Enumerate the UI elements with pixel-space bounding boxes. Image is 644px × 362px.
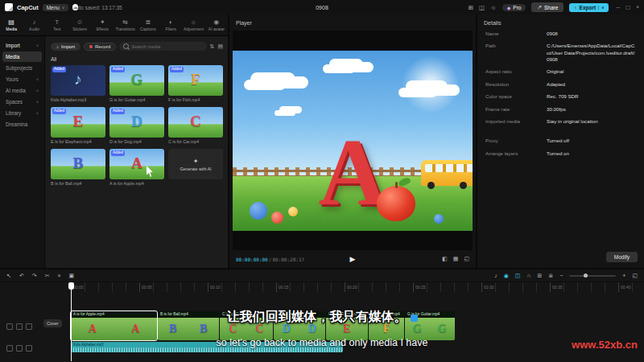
voiceover-icon[interactable]: ♪ [494,273,497,279]
close-icon[interactable]: × [636,4,639,10]
media-item[interactable]: Added ♪ ✦ Generate with AI Kids Alphabet… [51,65,105,102]
preview-axis-icon[interactable]: ◫ [515,273,521,279]
generate-with-ai-button[interactable]: ✦ Generate with AI [168,158,223,171]
sidebar-item-subprojects[interactable]: Subprojects [2,63,42,73]
sidebar-item-spaces[interactable]: Spaces ∨ [2,97,42,107]
zoom-in-icon[interactable]: + [622,273,625,278]
ruler-tick[interactable]: 00:30 [481,282,550,292]
pro-button[interactable]: ◆ Pro [502,4,526,11]
media-thumbnail[interactable]: Added ♪ ✦ Generate with AI [51,65,105,96]
ruler-tick[interactable]: 00:05 [139,282,208,292]
media-item-name: A is for Apple.mp4 [109,181,164,186]
tab-text[interactable]: T Text [46,14,68,35]
grid-icon[interactable]: ▦ [453,256,459,262]
layout-icon[interactable]: ◫ [479,4,485,11]
record-icon[interactable]: ◉ [504,273,509,279]
tab-effects[interactable]: ✦ Effects [91,14,114,35]
menu-button[interactable]: Menu ∨ [43,4,69,11]
media-item[interactable]: Added E ✦ Generate with AI E is for Elep… [51,107,105,144]
workspace-icon[interactable]: ⊞ [469,4,473,11]
split-icon[interactable]: ✂ [45,273,50,279]
media-item[interactable]: Added C ✦ Generate with AI C is for Cat.… [168,107,223,144]
sidebar-item-yours[interactable]: Yours ∨ [2,74,42,84]
blue-ball [250,202,267,220]
mask-icon[interactable]: ▣ [69,273,75,279]
record-label: Record [95,44,110,49]
zoom-knob[interactable] [584,274,588,278]
export-dropdown-icon[interactable]: ∨ [598,6,604,10]
import-button[interactable]: ↓ Import [51,43,80,51]
media-thumbnail[interactable]: Added D ✦ Generate with AI [109,107,164,138]
media-item[interactable]: Added G ✦ Generate with AI G is for Guit… [109,65,164,102]
fit-timeline-icon[interactable]: ◱ [632,273,638,279]
tab-transitions[interactable]: ⇆ Transitions [114,14,136,35]
media-thumbnail[interactable]: Added G ✦ Generate with AI [109,65,164,96]
tab-stickers[interactable]: ☺ Stickers [68,14,91,35]
media-thumbnail[interactable]: Added A ✦ Generate with AI [109,149,164,179]
media-item[interactable]: Added D ✦ Generate with AI D is for Dog.… [109,107,164,144]
sidebar-item-dreamina[interactable]: Dreamina [2,119,42,130]
thumbnail-letter: D [131,113,142,130]
media-thumbnail[interactable]: Added C ✦ Generate with AI [168,107,223,138]
ruler-tick[interactable]: 00:40 [618,282,644,292]
media-thumbnail[interactable]: Added F ✦ Generate with AI [168,65,223,96]
record-button[interactable]: Record [84,43,116,51]
tab-ai-avatar[interactable]: ◉ AI avatar [205,14,228,35]
ruler-tick[interactable]: 00:35 [550,282,618,292]
tab-audio[interactable]: ♪ Audio [23,14,45,35]
tab-label: Adjustment [184,27,204,31]
tab-media[interactable]: ▤ Media [0,14,23,35]
sort-icon[interactable]: ⇅ [210,43,215,50]
modify-button[interactable]: Modify [606,252,638,262]
sidebar-item-import[interactable]: Import ∨ [2,40,42,51]
media-thumbnail[interactable]: Added ✦ Generate with AI [168,149,223,179]
mirror-icon[interactable]: ◧ [442,256,448,262]
diamond-icon: ◆ [507,5,511,10]
media-item[interactable]: Added A ✦ Generate with AI A is for Appl… [109,149,164,186]
redo-icon[interactable]: ↷ [32,273,37,279]
media-item[interactable]: Added F ✦ Generate with AI F is for Fish… [168,65,223,102]
minimize-icon[interactable]: ─ [616,4,620,10]
export-button[interactable]: ↑ Export ∨ [569,3,609,12]
media-thumbnail[interactable]: Added E ✦ Generate with AI [51,107,105,138]
search-box[interactable] [119,42,206,51]
media-item[interactable]: Added B ✦ Generate with AI B is for Ball… [51,149,105,186]
ruler-tick[interactable]: 00:00 [71,282,139,292]
current-time: 00:00:00:00 [236,257,268,262]
filter-icon[interactable]: ▤ [217,43,223,50]
tab-captions[interactable]: ≣ Captions [137,14,159,35]
search-input[interactable] [131,44,202,49]
media-item[interactable]: Added ✦ Generate with AI [168,149,223,186]
tracks-area: Cover A is for Apple.mp4 AA B is for Bal… [0,292,644,362]
filter-all-label[interactable]: All [51,56,223,62]
sidebar-item-library[interactable]: Library ∨ [2,108,42,118]
cloud [323,64,355,73]
playhead-handle[interactable] [68,282,74,290]
pro-label: Pro [513,5,521,10]
media-thumbnail[interactable]: Added B ✦ Generate with AI [51,149,105,179]
yellow-ball [288,207,298,216]
select-tool-icon[interactable]: ↖ [6,273,11,279]
ruler-tick[interactable]: 00:15 [276,282,345,292]
delete-icon[interactable]: × [58,273,61,279]
detail-label: Path [485,43,547,63]
zoom-out-icon[interactable]: − [559,273,563,278]
track-height-icon[interactable]: ≣ [548,273,553,279]
ruler-tick[interactable]: 00:10 [208,282,276,292]
feedback-icon[interactable]: ☺ [490,4,497,11]
zoom-slider[interactable] [569,275,616,277]
tab-filters[interactable]: ◐ Filters [159,14,182,35]
sidebar-item-ai-media[interactable]: AI media ∨ [2,85,42,96]
fullscreen-icon[interactable]: ◱ [464,256,469,262]
ruler-tick[interactable]: 00:25 [413,282,481,292]
undo-icon[interactable]: ↶ [19,273,24,279]
ruler-tick[interactable]: 00:20 [345,282,413,292]
snapping-icon[interactable]: ⊞ [537,273,542,279]
media-grid: Added ♪ ✦ Generate with AI Kids Alphabet… [51,65,223,186]
magnet-icon[interactable]: ∩ [526,273,530,279]
share-button[interactable]: ↗ Share [531,2,564,12]
sidebar-item-media[interactable]: Media [2,51,42,62]
tab-adjustment[interactable]: ☼ Adjustment [182,14,204,35]
play-button[interactable]: ▶ [350,255,356,263]
maximize-icon[interactable]: ▢ [625,4,630,10]
